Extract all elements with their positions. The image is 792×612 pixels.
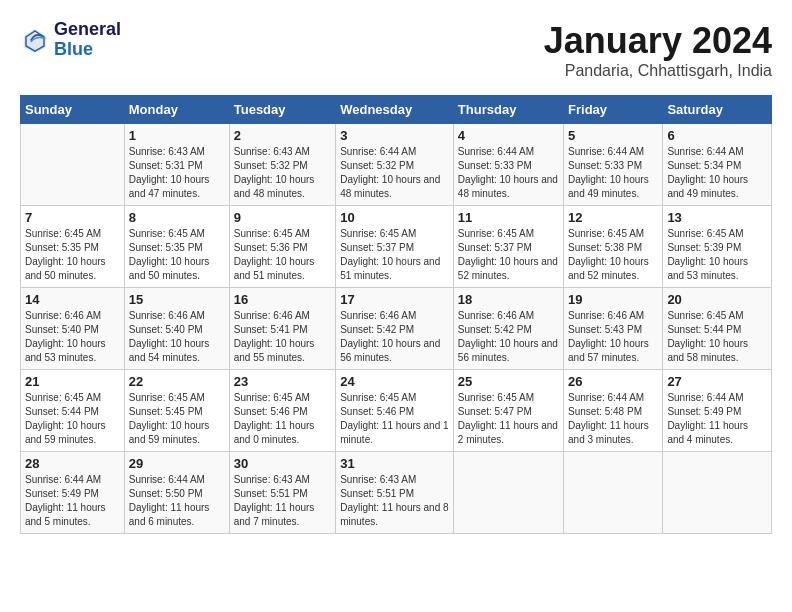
day-number: 24 bbox=[340, 374, 449, 389]
day-cell bbox=[663, 452, 772, 534]
day-info: Sunrise: 6:44 AMSunset: 5:32 PMDaylight:… bbox=[340, 145, 449, 201]
day-info: Sunrise: 6:45 AMSunset: 5:44 PMDaylight:… bbox=[25, 391, 120, 447]
day-info: Sunrise: 6:44 AMSunset: 5:50 PMDaylight:… bbox=[129, 473, 225, 529]
day-number: 23 bbox=[234, 374, 331, 389]
day-cell: 19Sunrise: 6:46 AMSunset: 5:43 PMDayligh… bbox=[564, 288, 663, 370]
day-info: Sunrise: 6:46 AMSunset: 5:43 PMDaylight:… bbox=[568, 309, 658, 365]
svg-marker-0 bbox=[24, 29, 47, 54]
day-info: Sunrise: 6:45 AMSunset: 5:35 PMDaylight:… bbox=[25, 227, 120, 283]
day-cell: 29Sunrise: 6:44 AMSunset: 5:50 PMDayligh… bbox=[124, 452, 229, 534]
day-number: 17 bbox=[340, 292, 449, 307]
week-row-4: 21Sunrise: 6:45 AMSunset: 5:44 PMDayligh… bbox=[21, 370, 772, 452]
day-info: Sunrise: 6:45 AMSunset: 5:47 PMDaylight:… bbox=[458, 391, 559, 447]
logo-line2: Blue bbox=[54, 40, 121, 60]
header: General Blue January 2024 Pandaria, Chha… bbox=[20, 20, 772, 80]
logo-line1: General bbox=[54, 20, 121, 40]
day-cell: 31Sunrise: 6:43 AMSunset: 5:51 PMDayligh… bbox=[336, 452, 454, 534]
day-number: 15 bbox=[129, 292, 225, 307]
column-header-tuesday: Tuesday bbox=[229, 96, 335, 124]
day-number: 7 bbox=[25, 210, 120, 225]
day-cell: 20Sunrise: 6:45 AMSunset: 5:44 PMDayligh… bbox=[663, 288, 772, 370]
day-cell: 23Sunrise: 6:45 AMSunset: 5:46 PMDayligh… bbox=[229, 370, 335, 452]
day-number: 29 bbox=[129, 456, 225, 471]
day-number: 10 bbox=[340, 210, 449, 225]
day-cell: 27Sunrise: 6:44 AMSunset: 5:49 PMDayligh… bbox=[663, 370, 772, 452]
day-cell: 30Sunrise: 6:43 AMSunset: 5:51 PMDayligh… bbox=[229, 452, 335, 534]
column-header-thursday: Thursday bbox=[453, 96, 563, 124]
day-number: 27 bbox=[667, 374, 767, 389]
day-info: Sunrise: 6:43 AMSunset: 5:51 PMDaylight:… bbox=[340, 473, 449, 529]
day-cell: 10Sunrise: 6:45 AMSunset: 5:37 PMDayligh… bbox=[336, 206, 454, 288]
day-info: Sunrise: 6:44 AMSunset: 5:48 PMDaylight:… bbox=[568, 391, 658, 447]
day-cell bbox=[564, 452, 663, 534]
day-number: 31 bbox=[340, 456, 449, 471]
week-row-3: 14Sunrise: 6:46 AMSunset: 5:40 PMDayligh… bbox=[21, 288, 772, 370]
day-info: Sunrise: 6:46 AMSunset: 5:40 PMDaylight:… bbox=[129, 309, 225, 365]
day-cell: 26Sunrise: 6:44 AMSunset: 5:48 PMDayligh… bbox=[564, 370, 663, 452]
day-cell: 5Sunrise: 6:44 AMSunset: 5:33 PMDaylight… bbox=[564, 124, 663, 206]
day-info: Sunrise: 6:45 AMSunset: 5:36 PMDaylight:… bbox=[234, 227, 331, 283]
day-number: 11 bbox=[458, 210, 559, 225]
day-cell: 8Sunrise: 6:45 AMSunset: 5:35 PMDaylight… bbox=[124, 206, 229, 288]
column-header-wednesday: Wednesday bbox=[336, 96, 454, 124]
day-info: Sunrise: 6:45 AMSunset: 5:39 PMDaylight:… bbox=[667, 227, 767, 283]
column-header-saturday: Saturday bbox=[663, 96, 772, 124]
day-number: 19 bbox=[568, 292, 658, 307]
week-row-5: 28Sunrise: 6:44 AMSunset: 5:49 PMDayligh… bbox=[21, 452, 772, 534]
column-header-sunday: Sunday bbox=[21, 96, 125, 124]
day-info: Sunrise: 6:45 AMSunset: 5:46 PMDaylight:… bbox=[234, 391, 331, 447]
day-info: Sunrise: 6:46 AMSunset: 5:41 PMDaylight:… bbox=[234, 309, 331, 365]
day-number: 26 bbox=[568, 374, 658, 389]
header-row: SundayMondayTuesdayWednesdayThursdayFrid… bbox=[21, 96, 772, 124]
day-info: Sunrise: 6:46 AMSunset: 5:42 PMDaylight:… bbox=[458, 309, 559, 365]
day-info: Sunrise: 6:44 AMSunset: 5:49 PMDaylight:… bbox=[667, 391, 767, 447]
day-info: Sunrise: 6:45 AMSunset: 5:44 PMDaylight:… bbox=[667, 309, 767, 365]
week-row-2: 7Sunrise: 6:45 AMSunset: 5:35 PMDaylight… bbox=[21, 206, 772, 288]
day-cell: 21Sunrise: 6:45 AMSunset: 5:44 PMDayligh… bbox=[21, 370, 125, 452]
day-cell: 18Sunrise: 6:46 AMSunset: 5:42 PMDayligh… bbox=[453, 288, 563, 370]
day-cell: 12Sunrise: 6:45 AMSunset: 5:38 PMDayligh… bbox=[564, 206, 663, 288]
title-section: January 2024 Pandaria, Chhattisgarh, Ind… bbox=[544, 20, 772, 80]
day-cell: 14Sunrise: 6:46 AMSunset: 5:40 PMDayligh… bbox=[21, 288, 125, 370]
day-info: Sunrise: 6:44 AMSunset: 5:33 PMDaylight:… bbox=[568, 145, 658, 201]
day-cell: 24Sunrise: 6:45 AMSunset: 5:46 PMDayligh… bbox=[336, 370, 454, 452]
logo-icon bbox=[20, 25, 50, 55]
day-info: Sunrise: 6:44 AMSunset: 5:33 PMDaylight:… bbox=[458, 145, 559, 201]
day-number: 18 bbox=[458, 292, 559, 307]
day-cell: 3Sunrise: 6:44 AMSunset: 5:32 PMDaylight… bbox=[336, 124, 454, 206]
day-number: 22 bbox=[129, 374, 225, 389]
day-info: Sunrise: 6:46 AMSunset: 5:40 PMDaylight:… bbox=[25, 309, 120, 365]
day-number: 3 bbox=[340, 128, 449, 143]
day-number: 13 bbox=[667, 210, 767, 225]
day-info: Sunrise: 6:45 AMSunset: 5:38 PMDaylight:… bbox=[568, 227, 658, 283]
day-number: 20 bbox=[667, 292, 767, 307]
page-subtitle: Pandaria, Chhattisgarh, India bbox=[544, 62, 772, 80]
day-cell: 28Sunrise: 6:44 AMSunset: 5:49 PMDayligh… bbox=[21, 452, 125, 534]
day-cell: 4Sunrise: 6:44 AMSunset: 5:33 PMDaylight… bbox=[453, 124, 563, 206]
day-info: Sunrise: 6:44 AMSunset: 5:49 PMDaylight:… bbox=[25, 473, 120, 529]
day-info: Sunrise: 6:43 AMSunset: 5:32 PMDaylight:… bbox=[234, 145, 331, 201]
day-number: 30 bbox=[234, 456, 331, 471]
column-header-friday: Friday bbox=[564, 96, 663, 124]
day-number: 12 bbox=[568, 210, 658, 225]
day-cell: 2Sunrise: 6:43 AMSunset: 5:32 PMDaylight… bbox=[229, 124, 335, 206]
day-number: 4 bbox=[458, 128, 559, 143]
day-cell: 1Sunrise: 6:43 AMSunset: 5:31 PMDaylight… bbox=[124, 124, 229, 206]
page-title: January 2024 bbox=[544, 20, 772, 62]
day-info: Sunrise: 6:46 AMSunset: 5:42 PMDaylight:… bbox=[340, 309, 449, 365]
day-number: 9 bbox=[234, 210, 331, 225]
day-number: 1 bbox=[129, 128, 225, 143]
logo: General Blue bbox=[20, 20, 121, 60]
day-info: Sunrise: 6:45 AMSunset: 5:46 PMDaylight:… bbox=[340, 391, 449, 447]
day-number: 28 bbox=[25, 456, 120, 471]
day-cell: 6Sunrise: 6:44 AMSunset: 5:34 PMDaylight… bbox=[663, 124, 772, 206]
day-info: Sunrise: 6:45 AMSunset: 5:37 PMDaylight:… bbox=[458, 227, 559, 283]
day-cell: 15Sunrise: 6:46 AMSunset: 5:40 PMDayligh… bbox=[124, 288, 229, 370]
week-row-1: 1Sunrise: 6:43 AMSunset: 5:31 PMDaylight… bbox=[21, 124, 772, 206]
day-number: 6 bbox=[667, 128, 767, 143]
day-number: 21 bbox=[25, 374, 120, 389]
day-info: Sunrise: 6:43 AMSunset: 5:31 PMDaylight:… bbox=[129, 145, 225, 201]
day-cell: 25Sunrise: 6:45 AMSunset: 5:47 PMDayligh… bbox=[453, 370, 563, 452]
day-info: Sunrise: 6:44 AMSunset: 5:34 PMDaylight:… bbox=[667, 145, 767, 201]
day-number: 16 bbox=[234, 292, 331, 307]
